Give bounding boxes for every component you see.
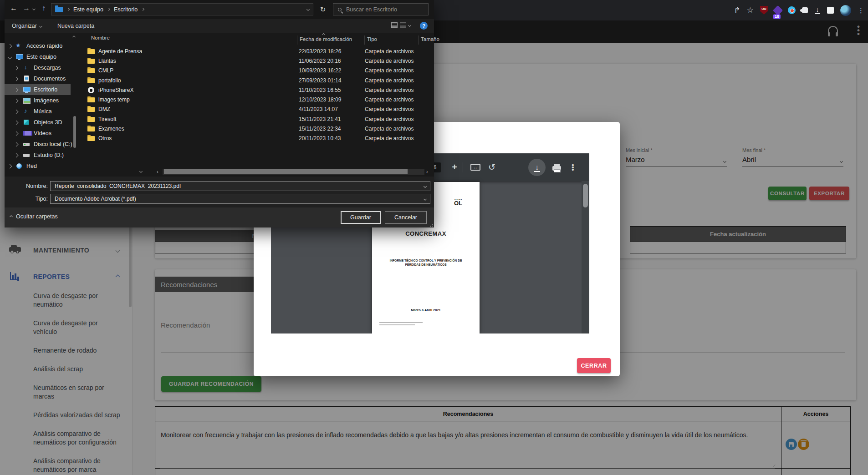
breadcrumb[interactable]: Este equipo Escritorio: [51, 3, 313, 15]
scroll-right-icon[interactable]: ›: [426, 169, 428, 174]
organizar-button[interactable]: Organizar: [12, 23, 42, 29]
file-type: Carpeta de archivos: [365, 126, 433, 132]
tree-item[interactable]: Escritorio: [5, 84, 71, 95]
address-dropdown-icon[interactable]: [306, 8, 310, 11]
tree-item[interactable]: Objetos 3D: [5, 117, 71, 128]
tree-item[interactable]: Vídeos: [5, 128, 71, 139]
tree-item[interactable]: Estudio (D:): [5, 150, 71, 161]
expander-chevron-icon[interactable]: [8, 44, 12, 48]
expander-chevron-icon[interactable]: [14, 87, 19, 92]
file-row[interactable]: Llantas 11/06/2023 20:16 Carpeta de arch…: [82, 56, 434, 66]
profile-avatar[interactable]: [840, 5, 851, 16]
pdf-scrollbar[interactable]: [582, 181, 589, 334]
breadcrumb-este-equipo[interactable]: Este equipo: [73, 6, 103, 13]
back-icon[interactable]: ←: [10, 4, 17, 12]
column-tipo[interactable]: Tipo: [367, 36, 377, 42]
print-icon[interactable]: [549, 153, 564, 181]
expander-chevron-icon[interactable]: [14, 120, 19, 125]
file-row[interactable]: iPhoneShareX 11/10/2023 16:55 Carpeta de…: [82, 85, 434, 95]
tab-square-icon[interactable]: [827, 7, 834, 14]
up-icon[interactable]: ↑: [42, 4, 46, 12]
folder-location-icon: [55, 7, 63, 12]
tree-item[interactable]: Acceso rápido: [5, 40, 71, 51]
horizontal-scrollbar[interactable]: ‹ ›: [5, 168, 434, 175]
expander-chevron-icon[interactable]: [14, 153, 19, 157]
nombre-label: Nombre:: [26, 183, 48, 189]
file-name: Llantas: [98, 58, 299, 64]
chevron-down-icon[interactable]: [424, 184, 427, 187]
expander-chevron-icon[interactable]: [14, 142, 19, 147]
column-nombre[interactable]: Nombre: [91, 35, 110, 40]
file-type: Carpeta de archivos: [365, 87, 433, 93]
purple-extension-icon[interactable]: 18: [773, 5, 783, 15]
scrollbar-thumb[interactable]: [164, 169, 408, 174]
search-input[interactable]: [345, 6, 423, 13]
filetype-input[interactable]: [54, 195, 414, 202]
chevron-down-icon[interactable]: [424, 197, 427, 200]
tree-item-label: Este equipo: [26, 54, 56, 60]
expander-chevron-icon[interactable]: [14, 109, 19, 114]
nueva-carpeta-button[interactable]: Nueva carpeta: [57, 23, 94, 29]
file-row[interactable]: CMLP 10/09/2023 16:22 Carpeta de archivo…: [82, 66, 434, 76]
file-row[interactable]: Examenes 15/11/2023 22:34 Carpeta de arc…: [82, 124, 434, 133]
tree-item[interactable]: Música: [5, 106, 71, 117]
dialog-resize-grip[interactable]: [429, 223, 433, 227]
forward-icon[interactable]: →: [23, 4, 30, 12]
breadcrumb-escritorio[interactable]: Escritorio: [114, 6, 138, 13]
downloads-icon[interactable]: ↓: [814, 7, 821, 14]
filetype-combobox[interactable]: [50, 194, 430, 204]
tree-item[interactable]: Descargas: [5, 62, 71, 73]
tree-item-icon: [23, 65, 30, 71]
pdf-subtitle: INFORME TÉCNICO CONTROL Y PREVENCIÓN DE …: [372, 258, 480, 267]
browser-menu-kebab[interactable]: ⋮: [858, 6, 864, 15]
cancelar-button[interactable]: Cancelar: [385, 211, 427, 224]
file-row[interactable]: portafolio 27/09/2023 01:14 Carpeta de a…: [82, 76, 434, 85]
more-kebab-icon[interactable]: •••: [566, 153, 580, 181]
column-tamano[interactable]: Tamaño: [421, 36, 439, 42]
zoom-in-icon[interactable]: +: [448, 153, 461, 181]
expander-chevron-icon[interactable]: [8, 164, 12, 168]
scrollbar-track[interactable]: [163, 169, 424, 175]
tree-item[interactable]: Documentos: [5, 73, 71, 84]
view-mode-buttons[interactable]: [391, 22, 411, 28]
details-view-icon[interactable]: [400, 22, 406, 28]
tree-item[interactable]: Este equipo: [5, 51, 71, 62]
guardar-button[interactable]: Guardar: [341, 211, 381, 224]
file-row[interactable]: Otros 20/11/2023 10:43 Carpeta de archiv…: [82, 134, 434, 143]
filename-combobox[interactable]: [50, 181, 430, 191]
breadcrumb-separator: [141, 8, 144, 11]
fit-page-icon[interactable]: ↔: [468, 153, 483, 181]
dialog-address-bar: ← → ↑ Este equipo Escritorio ↻: [5, 0, 434, 19]
search-box[interactable]: [333, 3, 429, 15]
tree-item[interactable]: Disco local (C:): [5, 139, 71, 150]
expander-chevron-icon[interactable]: [14, 98, 19, 103]
help-icon[interactable]: ?: [420, 22, 428, 30]
file-row[interactable]: DMZ 4/11/2023 14:07 Carpeta de archivos: [82, 105, 434, 114]
recorder-extension-icon[interactable]: [788, 6, 796, 14]
expander-chevron-icon[interactable]: [14, 76, 19, 81]
scroll-up-icon[interactable]: [72, 35, 76, 39]
expander-chevron-icon[interactable]: [8, 55, 12, 59]
expander-chevron-icon[interactable]: [14, 66, 19, 70]
refresh-icon[interactable]: ↻: [317, 4, 329, 15]
tree-item[interactable]: Imágenes: [5, 95, 71, 106]
list-view-icon[interactable]: [391, 22, 398, 28]
filename-input[interactable]: [54, 182, 414, 190]
cerrar-button[interactable]: CERRAR: [577, 358, 611, 373]
file-row[interactable]: Tiresoft 15/11/2023 21:41 Carpeta de arc…: [82, 114, 434, 124]
history-chevron-icon[interactable]: [32, 7, 36, 10]
scroll-left-icon[interactable]: ‹: [157, 169, 158, 174]
tree-collapse-chevron-icon[interactable]: [139, 170, 143, 173]
download-icon[interactable]: ↓: [528, 153, 546, 181]
expander-chevron-icon[interactable]: [14, 131, 19, 136]
ocultar-carpetas-button[interactable]: Ocultar carpetas: [10, 213, 58, 220]
ublock-shield-icon[interactable]: UO: [760, 6, 768, 15]
share-icon[interactable]: ↱: [734, 5, 740, 15]
extensions-puzzle-icon[interactable]: [802, 7, 808, 13]
file-row[interactable]: images temp 12/10/2023 18:09 Carpeta de …: [82, 95, 434, 104]
column-fecha[interactable]: Fecha de modificación: [300, 36, 352, 42]
bookmark-star-icon[interactable]: ☆: [747, 5, 754, 15]
tree-scrollbar[interactable]: [71, 34, 78, 169]
file-row[interactable]: Agente de Prensa 22/03/2023 18:26 Carpet…: [82, 46, 434, 56]
rotate-icon[interactable]: ↺: [484, 153, 500, 181]
